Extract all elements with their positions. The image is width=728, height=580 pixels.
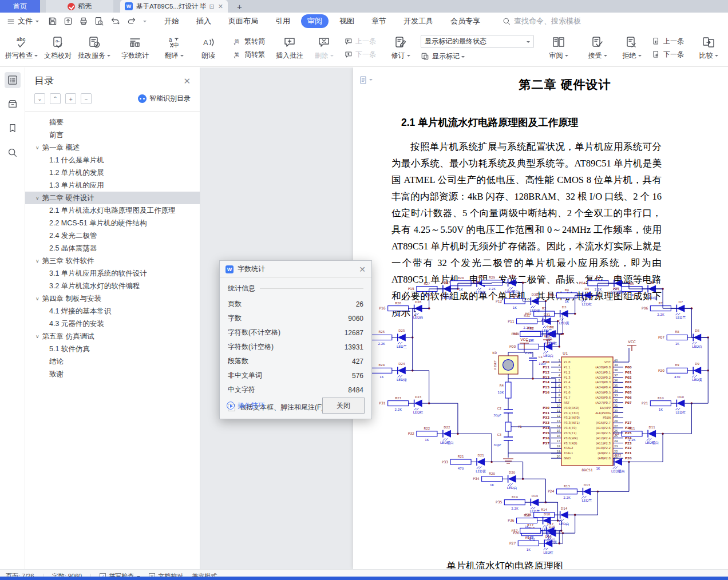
menu-tab-插入[interactable]: 插入 bbox=[190, 14, 217, 28]
status-spell-check[interactable]: ✓拼写检查 bbox=[100, 572, 140, 577]
status-words[interactable]: 字数: 9060 bbox=[52, 572, 82, 577]
menu-tab-会员专享[interactable]: 会员专享 bbox=[444, 14, 486, 28]
menu-tab-开始[interactable]: 开始 bbox=[158, 14, 185, 28]
close-document-icon[interactable]: ✕ bbox=[218, 3, 223, 10]
simp-to-trad-button[interactable]: 繁 简转繁 bbox=[233, 50, 265, 59]
spell-check-button[interactable]: abc 拼写检查 bbox=[5, 36, 38, 61]
toc-close-icon[interactable]: ✕ bbox=[183, 76, 191, 86]
bookmark-panel-icon[interactable] bbox=[5, 120, 21, 136]
redo-icon[interactable] bbox=[126, 17, 137, 26]
compare-button[interactable]: 比较 bbox=[694, 36, 723, 61]
toc-item[interactable]: 4.1 焊接的基本常识 bbox=[25, 305, 200, 317]
toc-item[interactable]: 4.3 元器件的安装 bbox=[25, 317, 200, 330]
accept-change-button[interactable]: 接受 bbox=[583, 36, 612, 61]
toc-item[interactable]: 摘要 bbox=[25, 116, 200, 129]
toc-item[interactable]: 3.2 单片机流水灯的软件编程 bbox=[25, 280, 200, 292]
prev-change-button[interactable]: 上一条 bbox=[652, 37, 684, 46]
next-change-button[interactable]: 下一条 bbox=[652, 50, 684, 59]
toc-item[interactable]: ∨第二章 硬件设计 bbox=[25, 192, 200, 204]
collapse-all-button[interactable]: － bbox=[81, 93, 92, 104]
status-compat-mode[interactable]: 兼容模式 bbox=[192, 572, 217, 577]
new-tab-button[interactable]: + bbox=[237, 0, 242, 13]
search-panel-icon[interactable] bbox=[5, 144, 21, 160]
word-count-button[interactable]: 字数统计 bbox=[121, 36, 149, 61]
print-preview-icon[interactable] bbox=[94, 17, 104, 26]
toc-item[interactable]: 前言 bbox=[25, 129, 200, 141]
document-page[interactable]: 第二章 硬件设计 2.1 单片机流水灯电路原理图及工作原理 按照单片机系统扩展与… bbox=[353, 67, 728, 569]
chevron-down-icon[interactable]: ∨ bbox=[35, 145, 39, 150]
toc-item[interactable]: 1.3 单片机的应用 bbox=[25, 179, 200, 192]
prev-comment-button[interactable]: 上一条 bbox=[344, 37, 376, 46]
toc-item[interactable]: ∨第三章 软件软件 bbox=[25, 255, 200, 267]
toc-item[interactable]: ∨第四章 制板与安装 bbox=[25, 292, 200, 305]
toc-item[interactable]: ∨第五章 仿真调试 bbox=[25, 330, 200, 343]
track-changes-button[interactable]: 修订 bbox=[386, 36, 415, 61]
menu-tab-审阅[interactable]: 审阅 bbox=[301, 14, 329, 28]
reject-change-button[interactable]: 拒绝 bbox=[618, 36, 646, 61]
tab-document[interactable]: W 基于AT89C5...灯设计 毕业论文 ⊡ ✕ bbox=[120, 0, 228, 13]
toc-item[interactable]: 1.1 什么是单片机 bbox=[25, 154, 200, 166]
smart-toc-button[interactable]: 智能识别目录 bbox=[138, 94, 191, 104]
toc-item[interactable]: 2.4 发光二极管 bbox=[25, 229, 200, 242]
menu-tab-视图[interactable]: 视图 bbox=[333, 14, 361, 28]
insert-comment-button[interactable]: 插入批注 bbox=[275, 36, 304, 61]
export-icon[interactable] bbox=[64, 17, 73, 26]
word-count-dialog[interactable]: W 字数统计 ✕ 统计信息 页数26字数9060字符数(不计空格)12687字符… bbox=[219, 260, 372, 419]
svg-text:D9: D9 bbox=[695, 362, 699, 366]
svg-text:D5: D5 bbox=[616, 275, 620, 279]
read-aloud-button[interactable]: A 朗读 bbox=[194, 36, 223, 61]
save-icon[interactable] bbox=[48, 17, 57, 26]
svg-text:(AD5)P0.5: (AD5)P0.5 bbox=[595, 391, 611, 394]
stat-row: 字符数(不计空格)12687 bbox=[228, 325, 363, 340]
expand-all-button[interactable]: ＋ bbox=[65, 93, 76, 104]
review-panes-button[interactable]: 审阅 bbox=[544, 36, 573, 61]
delete-comment-button[interactable]: 删除 bbox=[310, 36, 338, 61]
toolbar-collapse-icon[interactable] bbox=[143, 21, 147, 24]
toc-item[interactable]: 1.2 单片机的发展 bbox=[25, 166, 200, 179]
correction-service-icon bbox=[88, 36, 101, 49]
tips-link[interactable]: 操作技巧 bbox=[227, 401, 265, 411]
svg-text:P37: P37 bbox=[511, 529, 517, 533]
tab-docer[interactable]: 稻壳 bbox=[46, 0, 113, 13]
show-markup-button[interactable]: 显示标记 bbox=[421, 51, 534, 61]
annotation-panel-icon[interactable] bbox=[5, 96, 21, 112]
status-doc-proof[interactable]: ✕文档校对 bbox=[149, 572, 183, 577]
toc-item[interactable]: 2.5 晶体震荡器 bbox=[25, 242, 200, 255]
toc-item[interactable]: 致谢 bbox=[25, 368, 200, 380]
menu-tab-引用[interactable]: 引用 bbox=[269, 14, 296, 28]
toc-item[interactable]: ∨第一章 概述 bbox=[25, 141, 200, 154]
command-search[interactable]: 查找命令、搜索模板 bbox=[503, 16, 581, 26]
dialog-close-icon[interactable]: ✕ bbox=[359, 265, 366, 274]
menu-tab-页面布局[interactable]: 页面布局 bbox=[222, 14, 264, 28]
menu-tab-开发工具[interactable]: 开发工具 bbox=[397, 14, 440, 28]
svg-text:P14: P14 bbox=[543, 380, 549, 384]
markup-state-dropdown[interactable]: 显示标记的最终状态 bbox=[421, 35, 534, 48]
chevron-down-icon[interactable]: ∨ bbox=[35, 334, 39, 339]
collapse-up-button[interactable]: ⌃ bbox=[50, 93, 61, 104]
translate-button[interactable]: a中 翻译 bbox=[160, 36, 188, 61]
status-page[interactable]: 页面: 7/26 bbox=[6, 572, 34, 577]
chevron-down-icon[interactable]: ∨ bbox=[35, 296, 39, 301]
toc-item[interactable]: 结论 bbox=[25, 355, 200, 368]
tab-home[interactable]: 首页 bbox=[0, 0, 40, 13]
doc-proof-button[interactable]: a- 文档校对 bbox=[43, 36, 72, 61]
outline-panel-icon[interactable] bbox=[5, 72, 21, 88]
chevron-down-icon[interactable]: ∨ bbox=[35, 259, 39, 264]
toc-item[interactable]: 5.1 软件仿真 bbox=[25, 343, 200, 355]
trad-to-simp-button[interactable]: 简 繁转简 bbox=[233, 37, 265, 46]
toc-item[interactable]: 3.1 单片机应用系统的软件设计 bbox=[25, 267, 200, 280]
undo-icon[interactable] bbox=[110, 17, 120, 26]
next-comment-button[interactable]: 下一条 bbox=[344, 50, 376, 59]
toc-item[interactable]: 2.2 MCS-51 单片机的硬件结构 bbox=[25, 217, 200, 229]
toc-item[interactable]: 2.1 单片机流水灯电路原理图及工作原理 bbox=[25, 204, 200, 217]
expand-down-button[interactable]: ⌄ bbox=[34, 93, 45, 104]
correction-service-button[interactable]: 批改服务 bbox=[78, 36, 110, 61]
share-screen-icon[interactable]: ⊡ bbox=[209, 3, 215, 10]
close-button[interactable]: 关闭 bbox=[322, 398, 365, 414]
chevron-down-icon[interactable]: ∨ bbox=[35, 196, 39, 201]
file-menu[interactable]: 文件 bbox=[7, 16, 39, 26]
menu-tab-章节[interactable]: 章节 bbox=[365, 14, 393, 28]
print-icon[interactable] bbox=[79, 17, 88, 26]
status-bar: 页面: 7/26 字数: 9060 ✓拼写检查 ✕文档校对 兼容模式 bbox=[0, 569, 728, 577]
svg-text:P20: P20 bbox=[658, 368, 664, 372]
